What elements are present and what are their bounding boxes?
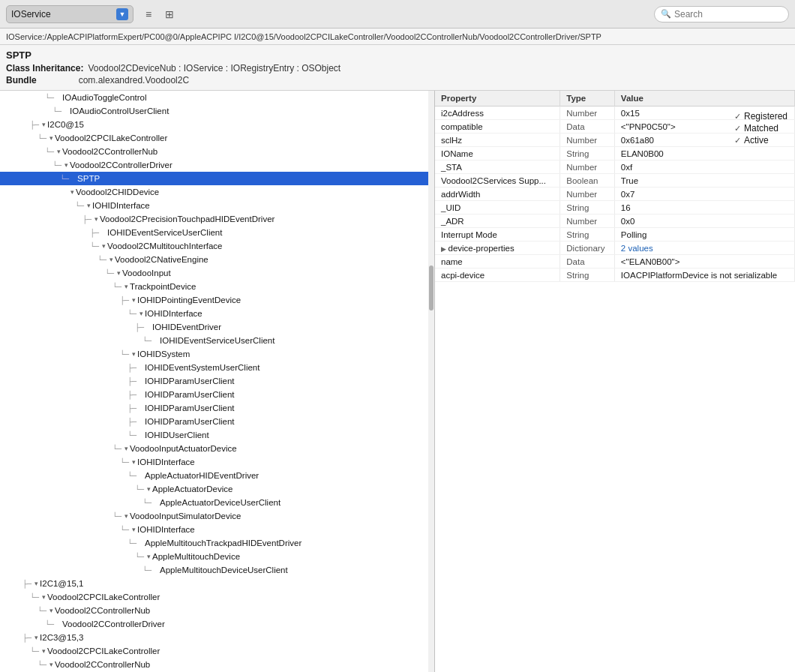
- tree-item[interactable]: ├─▾Voodool2CPrecisionTouchpadHIDEventDri…: [0, 212, 434, 226]
- tree-item[interactable]: └─▾Voodool2CControllerNub: [0, 658, 434, 671]
- tree-item[interactable]: └─IOAudioControlUserClient: [0, 104, 434, 118]
- tree-item[interactable]: ├─IOHIDParamUserClient: [0, 374, 434, 388]
- table-row[interactable]: IONameStringELAN0B00: [435, 147, 795, 160]
- tree-item[interactable]: └─▾VoodooInput: [0, 266, 434, 280]
- tree-item[interactable]: └─▾IOHIDInterface: [0, 199, 434, 212]
- tree-item[interactable]: └─AppleActuatorDeviceUserClient: [0, 496, 434, 509]
- tree-expand-arrow[interactable]: ▾: [130, 296, 137, 304]
- tree-item[interactable]: └─▾Voodool2CPCILakeController: [0, 644, 434, 658]
- tree-connector: ├─: [22, 634, 32, 642]
- tree-item[interactable]: └─▾Voodool2CNativeEngine: [0, 253, 434, 266]
- tree-expand-arrow[interactable]: ▾: [122, 512, 130, 520]
- service-selector-arrow[interactable]: ▼: [116, 8, 128, 20]
- tree-item[interactable]: ├─▾I2C1@15,1: [0, 577, 434, 590]
- tree-item[interactable]: ▾Voodool2CHIDDevice: [0, 185, 434, 199]
- tree-expand-arrow[interactable]: ▾: [32, 634, 40, 641]
- tree-item[interactable]: └─▾Voodool2CPCILakeController: [0, 590, 434, 604]
- tree-connector: ├─: [135, 323, 144, 332]
- tree-expand-arrow[interactable]: ▾: [137, 310, 145, 317]
- property-name-cell: i2cAddress: [435, 106, 560, 120]
- tree-expand-arrow[interactable]: ▾: [40, 593, 47, 601]
- table-row[interactable]: nameData<"ELAN0B00">: [435, 255, 795, 268]
- tree-expand-arrow[interactable]: ▾: [40, 647, 47, 655]
- search-input[interactable]: [674, 9, 782, 20]
- table-row[interactable]: _ADRNumber0x0: [435, 214, 795, 228]
- table-row[interactable]: ▶ device-propertiesDictionary2 values: [435, 242, 795, 255]
- tree-expand-arrow[interactable]: ▾: [145, 553, 152, 560]
- tree-item[interactable]: └─▾IOHIDInterface: [0, 455, 434, 469]
- tree-item[interactable]: └─Voodool2CControllerDriver: [0, 617, 434, 631]
- registered-checkbox[interactable]: ✓ Registered: [734, 111, 788, 122]
- tree-expand-arrow[interactable]: ▾: [47, 134, 55, 142]
- tree-item[interactable]: └─IOHIDUserClient: [0, 428, 434, 442]
- matched-checkbox[interactable]: ✓ Matched: [734, 123, 788, 134]
- tree-item[interactable]: └─▾VoodooInputSimulatorDevice: [0, 509, 434, 523]
- tree-expand-arrow[interactable]: ▾: [47, 661, 55, 668]
- list-view-button[interactable]: ≡: [140, 5, 158, 23]
- tree-expand-arrow[interactable]: ▾: [122, 445, 130, 452]
- active-check-icon: ✓: [734, 136, 741, 146]
- tree-item[interactable]: └─SPTP: [0, 172, 434, 185]
- tree-item[interactable]: └─▾IOHIDInterface: [0, 523, 434, 536]
- tree-item[interactable]: └─▾VoodooInputActuatorDevice: [0, 442, 434, 455]
- matched-check-icon: ✓: [734, 124, 741, 134]
- table-row[interactable]: Voodool2CServices Supp...BooleanTrue: [435, 174, 795, 188]
- tree-item[interactable]: └─▾AppleActuatorDevice: [0, 482, 434, 496]
- tree-expand-arrow[interactable]: ▾: [107, 256, 115, 263]
- tree-item[interactable]: ├─IOHIDEventSystemUserClient: [0, 361, 434, 374]
- tree-expand-arrow[interactable]: ▾: [145, 485, 152, 493]
- tree-expand-arrow[interactable]: ▾: [92, 215, 100, 223]
- table-row[interactable]: _UIDString16: [435, 201, 795, 214]
- tree-item[interactable]: └─▾IOHIDInterface: [0, 307, 434, 320]
- tree-expand-arrow[interactable]: ▾: [130, 458, 137, 466]
- tree-panel[interactable]: └─IOAudioToggleControl└─IOAudioControlUs…: [0, 91, 435, 672]
- tree-expand-arrow[interactable]: ▾: [40, 121, 47, 128]
- tree-expand-arrow[interactable]: ▾: [100, 242, 107, 250]
- tree-expand-arrow[interactable]: ▾: [130, 526, 137, 533]
- tree-item[interactable]: └─▾Voodool2CControllerNub: [0, 145, 434, 158]
- table-row[interactable]: addrWidthNumber0x7: [435, 188, 795, 201]
- service-selector[interactable]: IOService ▼: [6, 5, 134, 23]
- tree-item[interactable]: └─AppleMultitouchTrackpadHIDEventDriver: [0, 536, 434, 550]
- tree-item[interactable]: ├─IOHIDEventServiceUserClient: [0, 226, 434, 239]
- tree-item[interactable]: └─▾Voodool2CPCILakeController: [0, 131, 434, 145]
- tree-item[interactable]: └─AppleActuatorHIDEventDriver: [0, 469, 434, 482]
- tree-expand-arrow[interactable]: ▾: [115, 269, 122, 277]
- bundle-value: com.alexandred.Voodool2C: [79, 75, 189, 86]
- tree-expand-arrow[interactable]: ▾: [47, 607, 55, 614]
- tree-expand-arrow[interactable]: ▾: [122, 283, 130, 290]
- tree-item[interactable]: └─▾Voodool2CControllerDriver: [0, 158, 434, 172]
- table-row[interactable]: _STANumber0xf: [435, 160, 795, 174]
- tree-item[interactable]: ├─IOHIDParamUserClient: [0, 388, 434, 401]
- table-row[interactable]: Interrupt ModeStringPolling: [435, 228, 795, 242]
- grid-view-button[interactable]: ⊞: [160, 5, 178, 23]
- path-text: IOService:/AppleACPIPlatformExpert/PC00@…: [6, 32, 602, 41]
- tree-expand-arrow[interactable]: ▾: [32, 580, 40, 587]
- tree-item[interactable]: └─IOHIDEventServiceUserClient: [0, 334, 434, 347]
- tree-item[interactable]: ├─IOHIDEventDriver: [0, 320, 434, 334]
- table-row[interactable]: acpi-deviceStringIOACPIPlatformDevice is…: [435, 268, 795, 282]
- tree-item[interactable]: ├─IOHIDParamUserClient: [0, 401, 434, 415]
- tree-expand-arrow[interactable]: ▾: [62, 161, 70, 169]
- tree-item[interactable]: └─▾TrackpointDevice: [0, 280, 434, 293]
- property-expand-arrow[interactable]: ▶: [441, 245, 448, 253]
- tree-item[interactable]: └─▾Voodool2CMultitouchInterface: [0, 239, 434, 253]
- tree-item[interactable]: └─▾IOHIDSystem: [0, 347, 434, 361]
- tree-item-label: AppleMultitouchDeviceUserClient: [160, 566, 288, 574]
- tree-expand-arrow[interactable]: ▾: [130, 350, 137, 358]
- active-checkbox[interactable]: ✓ Active: [734, 135, 788, 146]
- tree-item[interactable]: └─AppleMultitouchDeviceUserClient: [0, 563, 434, 577]
- tree-item[interactable]: └─▾Voodool2CControllerNub: [0, 604, 434, 617]
- property-type-cell: String: [560, 268, 615, 282]
- tree-expand-arrow[interactable]: ▾: [85, 202, 92, 209]
- tree-item[interactable]: ├─▾IOHIDPointingEventDevice: [0, 293, 434, 307]
- tree-expand-arrow[interactable]: ▾: [68, 188, 76, 196]
- tree-expand-arrow[interactable]: ▾: [55, 148, 62, 155]
- tree-item[interactable]: ├─IOHIDParamUserClient: [0, 415, 434, 428]
- tree-item[interactable]: ├─▾I2C0@15: [0, 118, 434, 131]
- tree-item[interactable]: ├─▾I2C3@15,3: [0, 631, 434, 644]
- tree-item[interactable]: └─IOAudioToggleControl: [0, 91, 434, 104]
- tree-item[interactable]: └─▾AppleMultitouchDevice: [0, 550, 434, 563]
- search-bar[interactable]: 🔍: [654, 6, 789, 22]
- tree-item-label: Voodool2CControllerDriver: [70, 160, 172, 170]
